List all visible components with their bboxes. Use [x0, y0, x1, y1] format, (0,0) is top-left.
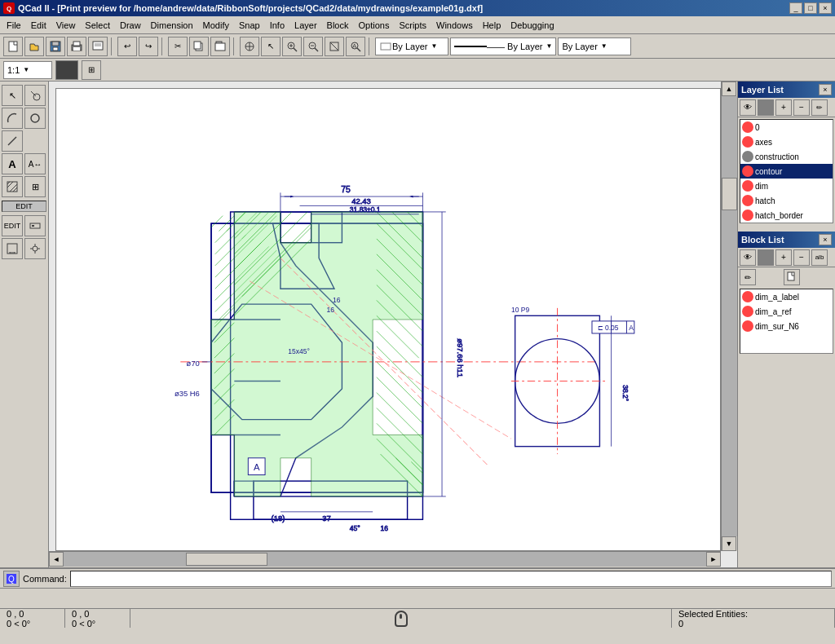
layer-remove-btn[interactable]: −	[793, 99, 810, 116]
maximize-button[interactable]: □	[804, 2, 817, 14]
block-item-dim-sur-n6[interactable]: dim_sur_N6	[740, 319, 833, 333]
lt-snap-btn[interactable]	[24, 238, 46, 259]
menu-dimension[interactable]: Dimension	[146, 19, 198, 32]
menu-draw[interactable]: Draw	[115, 19, 146, 32]
menu-select[interactable]: Select	[80, 19, 115, 32]
lt-text-btn[interactable]: A	[2, 153, 23, 174]
menu-scripts[interactable]: Scripts	[394, 19, 431, 32]
block-pencil-btn[interactable]: ✏	[740, 269, 756, 285]
new-button[interactable]	[3, 37, 23, 56]
mouse-icon	[395, 611, 408, 627]
select-button[interactable]: ↖	[261, 37, 281, 56]
lt-zoom-btn[interactable]	[24, 85, 46, 106]
menu-view[interactable]: View	[51, 19, 81, 32]
linetype-dropdown[interactable]: By Layer ▼	[375, 37, 448, 55]
svg-text:16: 16	[333, 296, 341, 304]
menu-block[interactable]: Block	[322, 19, 354, 32]
block-remove-btn[interactable]: −	[793, 249, 810, 266]
zoom-out-button[interactable]	[303, 37, 323, 56]
layer-item-0[interactable]: 0	[740, 120, 833, 135]
lt-edit-btn[interactable]: EDIT	[2, 215, 23, 236]
zoom-prev-button[interactable]: A	[346, 37, 365, 56]
lt-arc-btn[interactable]	[2, 108, 23, 129]
hscroll-track[interactable]	[64, 552, 706, 567]
scroll-left-button[interactable]: ◄	[49, 552, 64, 567]
vscroll-thumb[interactable]	[722, 178, 737, 210]
lt-hatch-btn[interactable]	[2, 176, 23, 197]
layer-panel-close[interactable]: ×	[819, 84, 832, 95]
snap-button[interactable]	[240, 37, 259, 56]
scroll-right-button[interactable]: ►	[706, 552, 721, 567]
layer-item-dim[interactable]: dim	[740, 179, 833, 193]
layer-add-btn[interactable]: +	[775, 99, 792, 116]
block-list-title: Block List	[741, 235, 784, 245]
menu-info[interactable]: Info	[265, 19, 289, 32]
svg-text:ø97.66 h11: ø97.66 h11	[456, 338, 465, 377]
minimize-button[interactable]: _	[789, 2, 802, 14]
block-file-btn[interactable]	[784, 269, 800, 285]
drawing-viewport[interactable]: 75 42.43 31.83±0.1	[55, 88, 721, 551]
grid-btn[interactable]: ⊞	[82, 60, 101, 80]
vscroll-track[interactable]	[722, 96, 737, 536]
scroll-up-button[interactable]: ▲	[722, 82, 736, 96]
layer-item-hatch[interactable]: hatch	[740, 193, 833, 208]
horizontal-scrollbar[interactable]: ◄ ►	[49, 551, 721, 567]
menu-snap[interactable]: Snap	[234, 19, 265, 32]
block-item-dim-a-label[interactable]: dim_a_label	[740, 289, 833, 304]
menu-options[interactable]: Options	[353, 19, 394, 32]
vertical-scrollbar[interactable]: ▲ ▼	[721, 82, 737, 551]
zoom-in-button[interactable]	[282, 37, 302, 56]
linecolor-dropdown[interactable]: —— By Layer ▼	[450, 37, 556, 55]
undo-button[interactable]: ↩	[117, 37, 137, 56]
open-button[interactable]	[24, 37, 44, 56]
canvas-area[interactable]: 75 42.43 31.83±0.1	[49, 82, 737, 567]
block-alb-btn[interactable]: alb	[811, 249, 828, 266]
layer-eye-btn[interactable]: 👁	[740, 99, 756, 116]
lt-textfit-btn[interactable]: A↔	[24, 153, 46, 174]
block-add-btn[interactable]: +	[775, 249, 792, 266]
cut-button[interactable]: ✂	[168, 37, 188, 56]
menu-help[interactable]: Help	[478, 19, 506, 32]
save-button[interactable]	[46, 37, 65, 56]
zoom-dropdown[interactable]: 1:1 ▼	[3, 61, 52, 79]
layer-edit-btn[interactable]: ✏	[811, 99, 828, 116]
layer-item-contour[interactable]: contour	[740, 164, 833, 179]
linewidth-arrow: ▼	[601, 42, 607, 50]
menu-windows[interactable]: Windows	[431, 19, 478, 32]
copy-button[interactable]	[189, 37, 209, 56]
lt-dim-btn[interactable]	[2, 238, 23, 259]
command-input[interactable]	[70, 571, 832, 587]
layer-item-axes[interactable]: axes	[740, 135, 833, 149]
close-button[interactable]: ×	[819, 2, 832, 14]
command-icon: Q	[3, 571, 20, 587]
layer-item-construction[interactable]: construction	[740, 149, 833, 164]
block-item-dim-a-ref[interactable]: dim_a_ref	[740, 304, 833, 319]
lt-select-btn[interactable]: ↖	[2, 85, 23, 106]
layer-item-hatch-border[interactable]: hatch_border	[740, 208, 833, 223]
lt-grid-btn[interactable]: ⊞	[24, 176, 46, 197]
status-mouse	[130, 609, 672, 628]
block-panel-close[interactable]: ×	[819, 234, 832, 245]
print-button[interactable]	[67, 37, 86, 56]
lt-props-btn[interactable]	[24, 215, 46, 236]
menu-edit[interactable]: Edit	[26, 19, 51, 32]
menu-file[interactable]: File	[2, 19, 26, 32]
lt-line-btn[interactable]	[2, 130, 23, 152]
linewidth-dropdown[interactable]: By Layer ▼	[558, 37, 631, 55]
printpreview-button[interactable]	[88, 37, 108, 56]
menu-debugging[interactable]: Debugging	[506, 19, 559, 32]
menu-modify[interactable]: Modify	[198, 19, 234, 32]
zoom-fit-button[interactable]	[325, 37, 344, 56]
scroll-down-button[interactable]: ▼	[722, 536, 736, 551]
block-eye-btn[interactable]: 👁	[740, 249, 756, 266]
layer-grey-btn[interactable]	[758, 99, 774, 116]
svg-line-34	[8, 137, 16, 145]
redo-button[interactable]: ↪	[139, 37, 158, 56]
linecolor-label: —— By Layer	[487, 42, 542, 51]
menu-layer[interactable]: Layer	[289, 19, 322, 32]
paste-button[interactable]	[210, 37, 230, 56]
svg-text:15x45°: 15x45°	[288, 347, 310, 355]
color-btn[interactable]	[55, 60, 78, 80]
block-grey-btn[interactable]	[758, 249, 774, 266]
lt-circle-btn[interactable]	[24, 108, 46, 129]
